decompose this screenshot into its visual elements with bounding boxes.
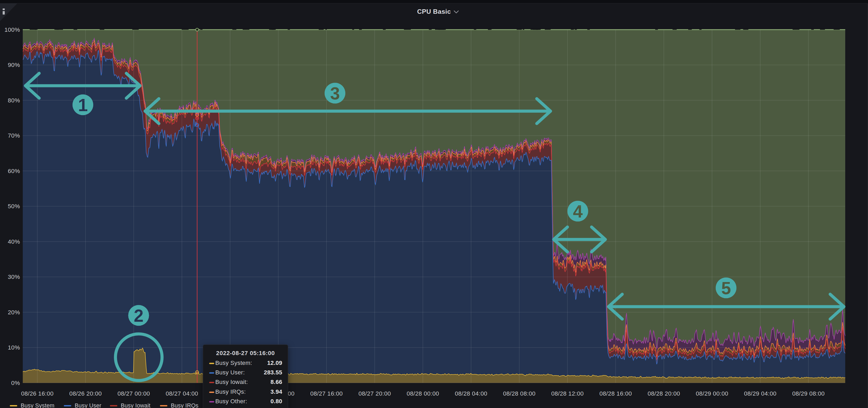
svg-text:100%: 100% xyxy=(4,27,20,33)
svg-text:08/28 12:00: 08/28 12:00 xyxy=(551,390,584,397)
svg-text:08/28 00:00: 08/28 00:00 xyxy=(407,390,439,397)
svg-text:08/28 20:00: 08/28 20:00 xyxy=(648,390,680,397)
svg-text:10%: 10% xyxy=(8,344,20,351)
svg-text:08/28 16:00: 08/28 16:00 xyxy=(599,390,632,397)
svg-text:08/28 08:00: 08/28 08:00 xyxy=(503,390,536,397)
svg-text:0%: 0% xyxy=(11,380,20,386)
svg-text:20%: 20% xyxy=(8,309,20,316)
svg-text:80%: 80% xyxy=(8,97,20,104)
svg-text:70%: 70% xyxy=(8,132,20,139)
svg-text:08/27 16:00: 08/27 16:00 xyxy=(310,390,343,397)
svg-text:08/27 20:00: 08/27 20:00 xyxy=(359,390,391,397)
svg-text:90%: 90% xyxy=(8,62,20,68)
svg-text:08/27 04:00: 08/27 04:00 xyxy=(166,390,198,397)
svg-text:08/26 20:00: 08/26 20:00 xyxy=(69,390,102,397)
svg-text:08/29 08:00: 08/29 08:00 xyxy=(792,390,825,397)
svg-text:08/29 00:00: 08/29 00:00 xyxy=(696,390,728,397)
svg-text:08/26 16:00: 08/26 16:00 xyxy=(21,390,54,397)
svg-text:50%: 50% xyxy=(8,203,20,210)
svg-text:08/29 04:00: 08/29 04:00 xyxy=(744,390,777,397)
svg-text:08/27 00:00: 08/27 00:00 xyxy=(118,390,150,397)
svg-text:40%: 40% xyxy=(8,238,20,245)
svg-text:08/28 04:00: 08/28 04:00 xyxy=(455,390,488,397)
svg-text:60%: 60% xyxy=(8,168,20,174)
svg-text:30%: 30% xyxy=(8,274,20,280)
